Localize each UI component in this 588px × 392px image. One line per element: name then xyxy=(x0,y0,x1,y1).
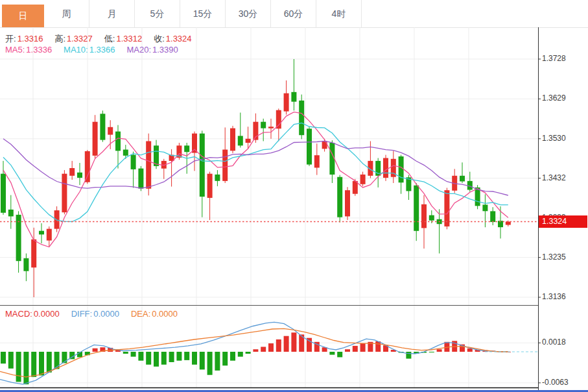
candle-body xyxy=(93,122,98,156)
ohlc-readout: 开:1.3316高:1.3327低:1.3312收:1.3324 xyxy=(5,33,204,45)
candle-body xyxy=(200,134,205,197)
candle-body xyxy=(100,114,105,140)
candle-body xyxy=(429,215,434,221)
macd-tick-label: -0.0063 xyxy=(542,378,569,387)
candle-body xyxy=(230,129,235,151)
candle-body xyxy=(222,150,228,181)
macd-bar xyxy=(345,349,350,352)
candle-body xyxy=(399,156,404,182)
candle-body xyxy=(39,231,44,235)
candle-body xyxy=(383,158,388,178)
current-price-tag: 1.3324 xyxy=(539,215,587,228)
candle-body xyxy=(482,204,488,211)
macd-bar xyxy=(200,352,205,369)
candle-body xyxy=(23,258,29,271)
candle-body xyxy=(108,127,113,135)
macd-bar xyxy=(176,352,182,361)
macd-bar xyxy=(329,352,335,355)
macd-bar xyxy=(230,352,235,361)
readout-pair: 低:1.3312 xyxy=(104,34,142,43)
candle-body xyxy=(261,122,266,129)
candle-body xyxy=(246,139,251,143)
macd-bar xyxy=(161,352,167,365)
ma-readout: MA5:1.3336MA10:1.3366MA20:1.3390 xyxy=(5,45,190,55)
macd-bar xyxy=(192,352,197,365)
candle-body xyxy=(444,190,449,227)
candle-body xyxy=(207,174,213,198)
macd-bar xyxy=(8,352,14,369)
macd-bar xyxy=(360,343,366,352)
macd-bar xyxy=(207,352,213,375)
macd-bar xyxy=(184,352,189,360)
readout-pair: DEA:0.0000 xyxy=(131,309,178,319)
macd-bar xyxy=(154,352,159,367)
candle-body xyxy=(62,174,67,213)
candle-body xyxy=(337,177,342,217)
candle-body xyxy=(146,141,151,189)
macd-bar xyxy=(47,352,52,373)
macd-bar xyxy=(39,352,44,376)
candle-body xyxy=(85,151,90,182)
readout-pair: 高:1.3327 xyxy=(54,34,92,43)
macd-bar xyxy=(146,352,151,365)
macd-bar xyxy=(138,352,143,361)
macd-bar xyxy=(1,352,6,363)
macd-bar xyxy=(337,352,342,357)
candle-body xyxy=(138,169,143,189)
macd-bar xyxy=(375,341,381,352)
readout-pair: DIFF:0.0000 xyxy=(71,309,119,319)
macd-bar xyxy=(353,346,358,352)
candlestick-chart-canvas[interactable] xyxy=(0,0,588,392)
macd-bar xyxy=(31,352,36,377)
readout-pair: MA20:1.3390 xyxy=(126,45,178,55)
macd-bar xyxy=(246,352,251,354)
candle-body xyxy=(307,129,312,164)
candle-body xyxy=(1,174,6,213)
candle-body xyxy=(490,211,495,222)
candle-body xyxy=(345,190,350,216)
price-tick-label: 1.3432 xyxy=(542,173,566,182)
macd-bar xyxy=(291,332,296,352)
macd-bar xyxy=(437,349,442,352)
candle-body xyxy=(421,204,427,228)
candle-body xyxy=(77,173,82,178)
macd-bar xyxy=(215,352,220,371)
readout-pair: MACD:0.0000 xyxy=(5,309,60,319)
macd-bar xyxy=(16,352,21,382)
candle-body xyxy=(276,110,281,129)
macd-bar xyxy=(406,352,411,359)
candle-body xyxy=(314,155,320,167)
macd-bar xyxy=(238,352,243,357)
candle-body xyxy=(115,132,121,151)
candle-body xyxy=(284,93,289,112)
candle-body xyxy=(123,150,128,156)
macd-bar xyxy=(23,352,29,384)
readout-pair: 开:1.3316 xyxy=(5,34,43,43)
candle-body xyxy=(268,127,274,129)
macd-bar xyxy=(276,339,281,352)
price-tick-label: 1.3728 xyxy=(542,54,566,63)
macd-bar xyxy=(268,343,274,352)
candle-body xyxy=(215,175,220,181)
macd-bar xyxy=(261,347,266,352)
candle-body xyxy=(460,176,465,182)
candle-body xyxy=(47,229,52,241)
ma20-line xyxy=(3,139,508,195)
price-tick-label: 1.3136 xyxy=(542,292,566,301)
price-tick-label: 1.3235 xyxy=(542,252,566,262)
dea-line xyxy=(0,328,508,377)
candle-body xyxy=(238,136,243,145)
macd-bar xyxy=(131,352,136,357)
macd-readout: MACD:0.0000DIFF:0.0000DEA:0.0000 xyxy=(5,309,189,319)
candle-body xyxy=(192,134,197,153)
candle-body xyxy=(8,210,14,217)
candle-body xyxy=(31,239,36,267)
macd-bar xyxy=(284,336,289,352)
macd-bar xyxy=(123,352,128,354)
macd-bar xyxy=(429,352,434,352)
candle-body xyxy=(299,101,304,135)
candle-body xyxy=(131,155,136,169)
macd-bar xyxy=(253,349,258,352)
readout-pair: MA10:1.3366 xyxy=(64,45,115,55)
trading-chart-app: 日周月5分15分30分60分4时 开:1.3316高:1.3327低:1.331… xyxy=(0,0,588,392)
